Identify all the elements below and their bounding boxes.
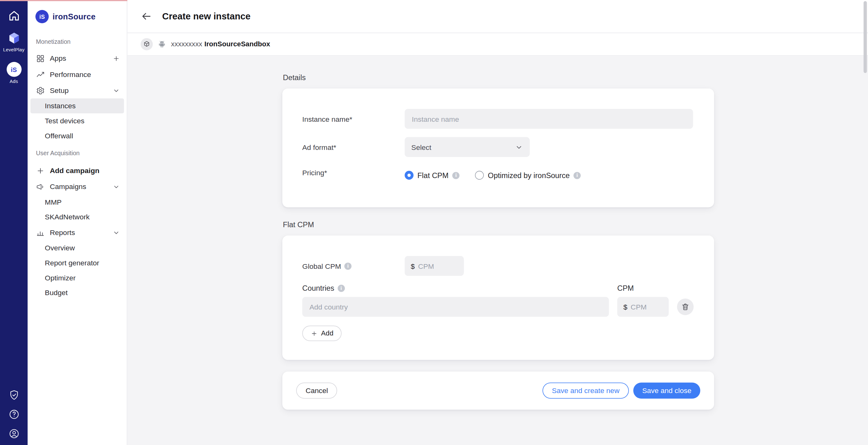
sidebar-item-label: Offerwall [45, 131, 73, 140]
user-icon [8, 428, 20, 439]
sidebar-item-label: Reports [50, 229, 107, 237]
sidebar-item-overview[interactable]: Overview [28, 240, 127, 255]
sidebar-item-instances[interactable]: Instances [30, 98, 124, 113]
country-cpm-value-input[interactable] [631, 303, 663, 311]
chevron-down-icon[interactable] [113, 183, 120, 191]
cancel-button[interactable]: Cancel [296, 382, 338, 398]
brand-logo: iS ironSource [28, 10, 127, 23]
pricing-label: Pricing* [302, 168, 405, 176]
radio-label: Optimized by ironSource [488, 171, 570, 179]
save-and-create-new-button[interactable]: Save and create new [542, 382, 629, 398]
sidebar-item-label: Performance [50, 70, 120, 78]
country-input[interactable] [302, 297, 609, 317]
home-icon [7, 9, 20, 22]
top-accent-line [0, 0, 127, 1]
privacy-button[interactable] [8, 389, 20, 401]
sidebar-item-skadnetwork[interactable]: SKAdNetwork [28, 210, 127, 225]
form-column: Details Instance name* Ad format* Select [282, 73, 714, 410]
delete-country-row-button[interactable] [677, 299, 694, 315]
sidebar-item-label: Campaigns [50, 182, 107, 191]
chevron-down-icon [515, 143, 523, 151]
global-cpm-value-input[interactable] [418, 262, 458, 270]
global-cpm-label-text: Global CPM [302, 262, 341, 270]
instance-type-badge [141, 38, 153, 50]
sidebar-item-budget[interactable]: Budget [28, 285, 127, 300]
help-button[interactable] [8, 409, 20, 420]
info-icon[interactable] [338, 285, 345, 292]
sidebar: iS ironSource Monetization Apps Performa… [28, 0, 127, 445]
details-section-title: Details [282, 73, 714, 82]
app-context-bar: xxxxxxxxx IronSourceSandbox [127, 33, 868, 56]
instance-name-input[interactable] [405, 109, 693, 129]
info-icon[interactable] [574, 172, 581, 179]
account-button[interactable] [8, 428, 20, 439]
rail-item-label: LevelPlay [3, 47, 25, 53]
ad-format-select[interactable]: Select [405, 137, 530, 157]
chevron-down-icon[interactable] [113, 229, 120, 236]
sidebar-item-campaigns[interactable]: Campaigns [28, 179, 127, 195]
add-app-icon[interactable] [113, 55, 120, 62]
instance-name-field [405, 109, 694, 129]
sidebar-item-report-generator[interactable]: Report generator [28, 255, 127, 270]
country-cpm-input[interactable]: $ [617, 297, 669, 317]
scrollbar-thumb[interactable] [864, 1, 867, 73]
logo-initials: iS [39, 13, 45, 20]
sidebar-item-performance[interactable]: Performance [28, 66, 127, 82]
sidebar-item-mmp[interactable]: MMP [28, 195, 127, 210]
sidebar-item-label: SKAdNetwork [45, 213, 90, 221]
sidebar-item-label: Overview [45, 244, 75, 252]
add-button-label: Add [321, 330, 333, 337]
megaphone-icon [36, 182, 45, 191]
footer-actions-card: Cancel Save and create new Save and clos… [282, 372, 714, 410]
global-cpm-input[interactable]: $ [405, 256, 464, 276]
details-card: Instance name* Ad format* Select Pricing… [282, 89, 714, 207]
rail-item-label: Ads [10, 78, 18, 84]
performance-chart-icon [36, 70, 45, 78]
sidebar-item-label: Test devices [45, 117, 84, 125]
radio-optimized-by-ironsource[interactable]: Optimized by ironSource [475, 171, 581, 180]
pricing-options: Flat CPM Optimized by ironSource [405, 165, 694, 180]
section-label-monetization: Monetization [36, 38, 127, 45]
sidebar-item-optimizer[interactable]: Optimizer [28, 270, 127, 285]
app-name: IronSourceSandbox [204, 40, 270, 48]
sidebar-item-label: Instances [45, 102, 75, 110]
flat-cpm-card: Global CPM $ Countries [282, 236, 714, 360]
sidebar-item-apps[interactable]: Apps [28, 50, 127, 66]
levelplay-icon [7, 32, 21, 45]
sidebar-item-label: Apps [50, 54, 107, 62]
sidebar-item-label: Optimizer [45, 274, 75, 282]
page-content: Details Instance name* Ad format* Select [127, 56, 868, 445]
rail-item-ads[interactable]: iS Ads [6, 62, 21, 84]
sidebar-item-test-devices[interactable]: Test devices [28, 113, 127, 128]
save-and-close-button[interactable]: Save and close [633, 382, 700, 398]
cpm-column-label: CPM [617, 284, 669, 292]
info-icon[interactable] [344, 262, 351, 269]
apps-grid-icon [36, 54, 45, 63]
back-arrow-icon [141, 11, 152, 22]
countries-label-text: Countries [302, 284, 334, 292]
home-button[interactable] [7, 9, 20, 22]
sidebar-item-setup[interactable]: Setup [28, 82, 127, 98]
rail-item-levelplay[interactable]: LevelPlay [3, 32, 25, 53]
page-title: Create new instance [162, 11, 251, 22]
currency-symbol: $ [623, 303, 627, 311]
sidebar-item-add-campaign[interactable]: Add campaign [28, 163, 127, 178]
sidebar-item-reports[interactable]: Reports [28, 225, 127, 240]
sidebar-item-label: Report generator [45, 259, 99, 267]
add-country-button[interactable]: Add [302, 326, 342, 341]
info-icon[interactable] [453, 172, 460, 179]
sidebar-item-label: Add campaign [50, 167, 120, 175]
ad-format-label: Ad format* [302, 143, 405, 151]
chevron-down-icon[interactable] [113, 87, 120, 94]
plus-icon [311, 330, 318, 337]
back-button[interactable] [140, 10, 153, 23]
radio-flat-cpm[interactable]: Flat CPM [405, 171, 459, 180]
app-window: LevelPlay iS Ads iS ironSource Monetizat… [0, 0, 868, 445]
section-label-user-acquisition: User Acquisition [36, 150, 127, 157]
sidebar-item-offerwall[interactable]: Offerwall [28, 128, 127, 143]
radio-label: Flat CPM [417, 171, 448, 179]
bar-chart-icon [36, 228, 45, 237]
global-cpm-label: Global CPM [302, 262, 405, 270]
sidebar-item-label: Setup [50, 87, 107, 95]
shield-check-icon [8, 389, 20, 401]
